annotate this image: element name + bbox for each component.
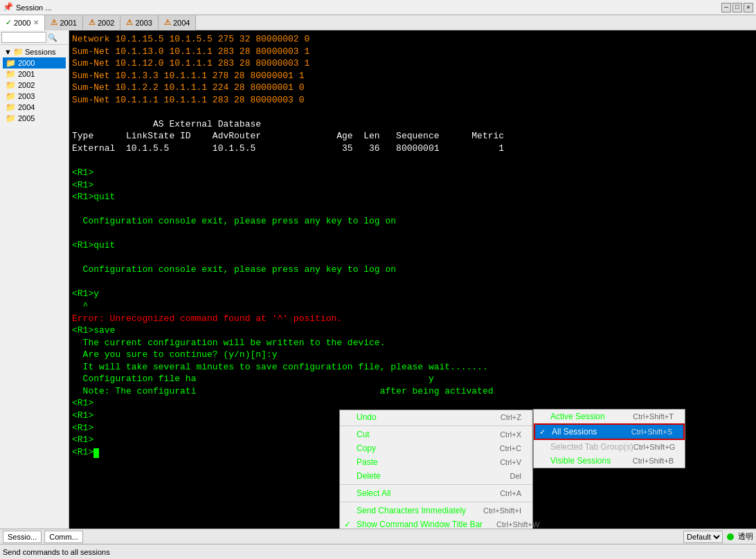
context-menu: Undo Ctrl+Z Cut Ctrl+X Copy Ctrl+C Paste…	[339, 410, 533, 529]
cursor	[93, 448, 99, 458]
sidebar-folder-2003[interactable]: 📁 2003	[3, 91, 66, 102]
folder-label-2004: 2004	[18, 103, 35, 111]
cm-undo[interactable]: Undo Ctrl+Z	[340, 410, 532, 424]
sidebar-search-area: 🔍	[0, 30, 69, 45]
tab-2002-label: 2002	[98, 19, 114, 27]
cm-copy[interactable]: Copy Ctrl+C	[340, 441, 532, 455]
sidebar-sessions-header[interactable]: ▼ 📁 Sessions	[3, 46, 66, 57]
sidebar-folder-2001[interactable]: 📁 2001	[3, 68, 66, 80]
cm-paste-label: Paste	[357, 457, 378, 467]
cm-show-title-label: Show Command Window Title Bar	[357, 520, 483, 529]
tab-warning-icon-2003: ⚠	[126, 18, 133, 27]
sessions-label: Sessions	[25, 48, 56, 56]
tab-bar: ✓ 2000 ✕ ⚠ 2001 ⚠ 2002 ⚠ 2003 ⚠ 2004	[0, 15, 756, 30]
sm-all-sessions-label: All Sessions	[552, 427, 597, 437]
sessions-expand-icon: ▼	[4, 48, 12, 56]
tab-2001[interactable]: ⚠ 2001	[45, 15, 82, 30]
search-input[interactable]	[1, 32, 46, 43]
cm-copy-label: Copy	[357, 443, 376, 453]
status-tab-commands[interactable]: Comm...	[44, 531, 83, 543]
sm-tab-group-label: Selected Tab Group(s)	[550, 442, 633, 452]
terminal-content: Network 10.1.15.5 10.1.5.5 275 32 800000…	[72, 33, 753, 458]
terminal-line: External 10.1.5.5 10.1.5.5 35 36 8000000…	[72, 143, 753, 155]
folder-label-2003: 2003	[18, 92, 35, 100]
status-bar: Sessio... Comm... Default 透明	[0, 529, 756, 544]
cm-delete-label: Delete	[357, 471, 381, 481]
tab-2004[interactable]: ⚠ 2004	[159, 15, 196, 30]
cm-undo-label: Undo	[357, 412, 377, 422]
pin-icon: 📌	[3, 2, 13, 12]
tab-check-icon: ✓	[6, 18, 12, 27]
title-bar: 📌 Session ... ─ □ ✕	[0, 0, 756, 15]
cm-cut-shortcut: Ctrl+X	[500, 430, 521, 439]
terminal-line	[72, 252, 753, 264]
sm-selected-tab-group[interactable]: Selected Tab Group(s) Ctrl+Shift+G	[534, 440, 685, 454]
sm-visible-sessions[interactable]: Visible Sessions Ctrl+Shift+B	[534, 454, 685, 468]
status-tab-session[interactable]: Sessio...	[3, 531, 42, 543]
sm-all-sessions[interactable]: ✓ All Sessions Ctrl+Shift+S	[534, 423, 685, 440]
tab-warning-icon-2001: ⚠	[51, 18, 57, 27]
close-button[interactable]: ✕	[744, 3, 753, 12]
folder-icon-2001: 📁	[6, 69, 16, 79]
terminal-line: The current configuration will be writte…	[72, 337, 753, 349]
cm-send-chars[interactable]: Send Characters Immediately Ctrl+Shift+I	[340, 504, 532, 517]
terminal-line: Type LinkState ID AdvRouter Age Len Sequ…	[72, 130, 753, 143]
maximize-button[interactable]: □	[732, 3, 742, 12]
terminal-line: Are you sure to continue? (y/n)[n]:y	[72, 349, 753, 361]
sm-active-label: Active Session	[550, 412, 605, 421]
minimize-button[interactable]: ─	[721, 3, 731, 12]
terminal-line	[72, 228, 753, 240]
sidebar-folder-2005[interactable]: 📁 2005	[3, 113, 66, 124]
terminal-line	[72, 276, 753, 288]
folder-label-2005: 2005	[18, 114, 35, 122]
status-commands-label: Comm...	[49, 533, 78, 541]
terminal-line: It will take several minutes to save con…	[72, 361, 753, 374]
cm-paste-shortcut: Ctrl+V	[500, 458, 521, 466]
terminal-line	[72, 203, 753, 216]
terminal-line: Note: The configurati after being activa…	[72, 385, 753, 398]
bottom-bar: Send commands to all sessions	[0, 544, 756, 559]
tab-2000[interactable]: ✓ 2000 ✕	[0, 15, 45, 30]
sm-all-check-icon: ✓	[539, 428, 546, 437]
terminal-line: Configuration console exit, please press…	[72, 215, 753, 228]
cm-delete[interactable]: Delete Del	[340, 469, 532, 483]
sm-active-shortcut: Ctrl+Shift+T	[633, 412, 674, 421]
terminal-line: <R1>	[72, 397, 753, 410]
terminal-line: Configuration file ha y	[72, 373, 753, 385]
cm-show-title-bar[interactable]: ✓ Show Command Window Title Bar Ctrl+Shi…	[340, 517, 532, 529]
terminal-line: <R1>	[72, 179, 753, 192]
tab-warning-icon-2002: ⚠	[89, 18, 96, 27]
cm-select-all[interactable]: Select All Ctrl+A	[340, 486, 532, 500]
sidebar-folder-2000[interactable]: 📁 2000	[3, 57, 66, 68]
sidebar-folder-2002[interactable]: 📁 2002	[3, 80, 66, 91]
cm-paste[interactable]: Paste Ctrl+V	[340, 455, 532, 469]
terminal-line: ^	[72, 300, 753, 313]
sidebar-folder-2004[interactable]: 📁 2004	[3, 102, 66, 113]
cm-check-icon: ✓	[344, 520, 351, 529]
status-dropdown[interactable]: Default	[683, 531, 723, 543]
cm-copy-shortcut: Ctrl+C	[500, 444, 521, 452]
submenu: Active Session Ctrl+Shift+T ✓ All Sessio…	[533, 409, 685, 468]
tab-2001-label: 2001	[60, 19, 76, 27]
cm-cut[interactable]: Cut Ctrl+X	[340, 428, 532, 441]
search-icon: 🔍	[48, 33, 57, 42]
terminal[interactable]: Network 10.1.15.5 10.1.5.5 275 32 800000…	[69, 30, 756, 529]
terminal-line: Configuration console exit, please press…	[72, 264, 753, 276]
folder-icon-2004: 📁	[6, 102, 16, 112]
tab-2004-label: 2004	[173, 19, 190, 27]
terminal-line: <R1>quit	[72, 239, 753, 252]
terminal-line: <R1>quit	[72, 191, 753, 203]
cm-show-title-shortcut: Ctrl+Shift+W	[496, 520, 539, 529]
folder-icon-2003: 📁	[6, 91, 16, 101]
sm-active-session[interactable]: Active Session Ctrl+Shift+T	[534, 410, 685, 423]
sm-tab-group-shortcut: Ctrl+Shift+G	[633, 443, 676, 451]
tab-2000-close[interactable]: ✕	[33, 19, 39, 26]
cm-send-chars-shortcut: Ctrl+Shift+I	[483, 506, 521, 515]
cm-send-chars-label: Send Characters Immediately	[357, 506, 466, 515]
tab-2003[interactable]: ⚠ 2003	[120, 15, 158, 30]
cm-select-all-shortcut: Ctrl+A	[500, 489, 521, 497]
sm-visible-label: Visible Sessions	[550, 456, 611, 466]
main-layout: 🔍 ▼ 📁 Sessions 📁 2000 📁 2001 📁 2002 📁	[0, 30, 756, 529]
sessions-folder-icon: 📁	[13, 47, 24, 57]
tab-2002[interactable]: ⚠ 2002	[83, 15, 120, 30]
